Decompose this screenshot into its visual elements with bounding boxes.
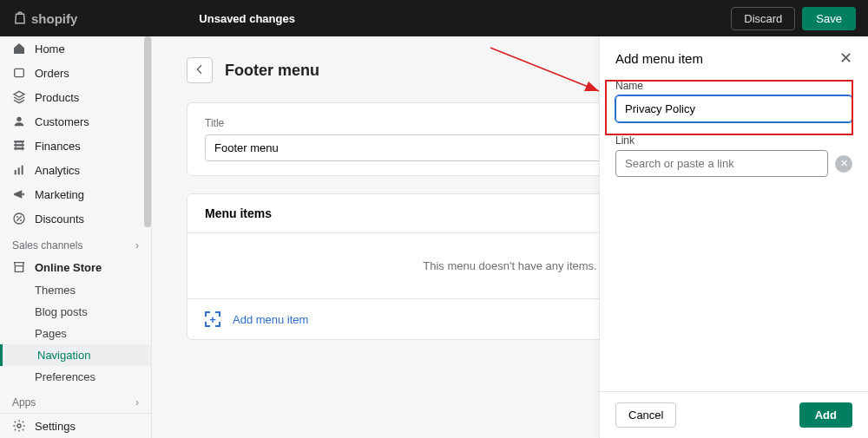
svg-point-5	[22, 193, 24, 196]
back-button[interactable]	[187, 57, 213, 83]
finances-icon	[12, 139, 26, 153]
sidebar-item-label: Online Store	[35, 261, 102, 274]
subnav-navigation[interactable]: Navigation	[0, 344, 151, 366]
chevron-right-icon: ›	[135, 239, 139, 252]
menu-item-name-input[interactable]	[615, 95, 852, 122]
name-field-group: Name	[615, 80, 852, 122]
add-menu-item-panel: Add menu item ✕ Name Link ✕ Cancel Add	[599, 36, 868, 438]
sidebar-item-label: Customers	[35, 115, 89, 128]
home-icon	[12, 42, 26, 56]
sidebar-item-settings[interactable]: Settings	[0, 414, 151, 438]
sidebar-item-analytics[interactable]: Analytics	[0, 158, 151, 182]
sidebar-item-add-apps[interactable]: + Add apps	[0, 412, 151, 413]
shopify-logo: shopify	[12, 10, 77, 28]
sidebar-item-label: Marketing	[35, 188, 84, 201]
sidebar: Home Orders Products Customers Finances …	[0, 36, 152, 438]
discard-button[interactable]: Discard	[731, 7, 795, 30]
online-store-subnav: Themes Blog posts Pages Navigation Prefe…	[0, 279, 151, 388]
page-title: Footer menu	[225, 62, 319, 80]
clear-x-icon: ✕	[840, 158, 848, 169]
name-field-label: Name	[615, 80, 852, 92]
sidebar-item-label: Products	[35, 91, 79, 104]
topbar: shopify Unsaved changes Discard Save	[0, 0, 868, 36]
svg-point-7	[16, 216, 18, 218]
unsaved-changes-label: Unsaved changes	[199, 12, 295, 25]
sidebar-item-label: Settings	[35, 420, 76, 433]
products-icon	[12, 90, 26, 104]
gear-icon	[12, 419, 26, 433]
sidebar-item-label: Home	[35, 42, 65, 56]
sidebar-scrollbar-track	[144, 36, 151, 438]
sales-channels-header[interactable]: Sales channels ›	[0, 231, 151, 255]
arrow-left-icon	[193, 62, 207, 79]
apps-label: Apps	[12, 396, 36, 409]
shopify-bag-icon	[12, 10, 28, 28]
sidebar-item-online-store[interactable]: Online Store	[0, 255, 151, 279]
save-button[interactable]: Save	[802, 7, 856, 30]
sidebar-item-label: Discounts	[35, 212, 84, 226]
svg-point-8	[20, 219, 22, 221]
analytics-icon	[12, 163, 26, 177]
customers-icon	[12, 114, 26, 128]
link-field-group: Link ✕	[615, 134, 852, 177]
sidebar-item-products[interactable]: Products	[0, 85, 151, 109]
svg-point-1	[16, 117, 21, 121]
sidebar-item-discounts[interactable]: Discounts	[0, 206, 151, 231]
panel-title: Add menu item	[615, 51, 703, 66]
close-icon: ✕	[839, 49, 852, 67]
apps-header[interactable]: Apps ›	[0, 388, 151, 412]
add-button[interactable]: Add	[799, 402, 852, 428]
svg-rect-0	[15, 69, 24, 76]
sidebar-item-orders[interactable]: Orders	[0, 61, 151, 85]
brand-text: shopify	[31, 11, 77, 26]
sidebar-item-marketing[interactable]: Marketing	[0, 182, 151, 206]
cancel-button[interactable]: Cancel	[615, 402, 676, 428]
sales-channels-label: Sales channels	[12, 239, 82, 252]
sidebar-item-home[interactable]: Home	[0, 36, 151, 61]
sidebar-item-label: Analytics	[35, 164, 80, 177]
marketing-icon	[12, 187, 26, 201]
subnav-blog-posts[interactable]: Blog posts	[35, 301, 151, 323]
svg-rect-4	[22, 166, 23, 175]
link-field-label: Link	[615, 134, 852, 147]
clear-link-button[interactable]: ✕	[835, 155, 852, 173]
menu-item-link-input[interactable]	[615, 150, 828, 177]
sidebar-item-label: Finances	[35, 140, 81, 153]
subnav-pages[interactable]: Pages	[35, 323, 151, 344]
add-menu-item-link: Add menu item	[233, 313, 308, 326]
topbar-actions: Discard Save	[731, 7, 856, 30]
sidebar-item-customers[interactable]: Customers	[0, 109, 151, 134]
svg-rect-2	[15, 170, 16, 174]
online-store-icon	[12, 260, 26, 274]
close-button[interactable]: ✕	[839, 49, 852, 68]
svg-rect-3	[18, 167, 20, 174]
sidebar-item-finances[interactable]: Finances	[0, 134, 151, 158]
subnav-themes[interactable]: Themes	[35, 279, 151, 301]
add-plus-icon: +	[205, 311, 220, 327]
subnav-preferences[interactable]: Preferences	[35, 366, 151, 388]
discounts-icon	[12, 212, 26, 226]
chevron-right-icon: ›	[135, 396, 139, 409]
orders-icon	[12, 66, 26, 80]
sidebar-scrollbar-thumb[interactable]	[144, 36, 151, 227]
svg-point-9	[17, 424, 21, 428]
sidebar-item-label: Orders	[35, 67, 69, 80]
